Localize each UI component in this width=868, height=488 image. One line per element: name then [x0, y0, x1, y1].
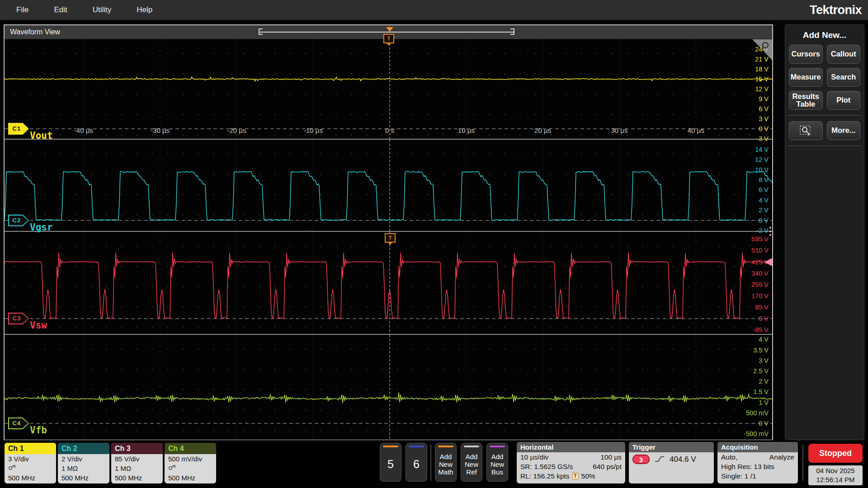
channel-bandwidth: 500 MHz [5, 473, 56, 483]
axis-label: 8 V [759, 176, 769, 183]
channel-bandwidth: 500 MHz [111, 473, 163, 483]
axis-label: 0 V [759, 420, 769, 427]
menu-utility[interactable]: Utility [93, 5, 112, 14]
quick-button-label: AddNewBus [491, 447, 504, 481]
trigger-position-icon: T [572, 473, 579, 479]
channel-name-vgsr: Vgsr [30, 222, 53, 233]
axis-label: 0 V [759, 125, 769, 132]
time-axis-label: -40 µs [74, 127, 93, 134]
waveform-slice-vsw[interactable]: 595 V510 V425 V340 V255 V170 V85 V0 V-85… [5, 232, 772, 334]
time-axis-label: 20 µs [534, 127, 551, 134]
zoom-select-button[interactable] [789, 121, 823, 140]
probe-icon [8, 464, 16, 471]
axis-label: 3 V [759, 357, 769, 364]
time-axis-label: 10 µs [458, 127, 475, 134]
time-text: 12:56:14 PM [816, 475, 854, 484]
channel-bandwidth: 500 MHz [58, 473, 109, 483]
add-new-buttons: Cursors Callout Measure Search Results T… [789, 45, 860, 110]
trigger-source-badge: 3 [632, 455, 650, 464]
trigger-flag-icon[interactable]: T [385, 233, 396, 243]
axis-label: 170 V [751, 292, 769, 300]
trigger-panel[interactable]: Trigger 3 404.6 V [629, 442, 714, 483]
menu-help[interactable]: Help [137, 5, 152, 14]
waveform-slice-vout[interactable]: 24 V21 V18 V15 V12 V9 V6 V3 V0 V-3 VC1Vo… [5, 39, 772, 139]
axis-label: 510 V [751, 247, 769, 254]
axis-label: 0 V [759, 217, 769, 224]
oscilloscope-app: File Edit Utility Help Tektronix Wavefor… [0, 0, 868, 488]
axis-label: 500 mV [746, 409, 769, 417]
trigger-level-arrow-icon[interactable] [764, 258, 772, 266]
channel-bandwidth: 500 MHz [165, 473, 216, 483]
axis-label: 14 V [755, 146, 769, 153]
channel-scale: 85 V/div [111, 454, 163, 464]
measure-button[interactable]: Measure [789, 68, 823, 87]
cursors-button[interactable]: Cursors [789, 45, 823, 64]
axis-label: 340 V [751, 270, 769, 277]
quick-button-6[interactable]: 6 [406, 443, 427, 482]
sidebar-divider-2 [788, 145, 861, 146]
axis-label: 255 V [751, 281, 769, 288]
record-view-scrollbar[interactable]: T [259, 28, 514, 36]
waveform-slice-vgsr[interactable]: 14 V12 V10 V8 V6 V4 V2 V0 V-2 VC2Vgsr [5, 140, 772, 231]
trigger-position-triangle-icon[interactable] [386, 27, 393, 32]
axis-label: 0 V [759, 315, 769, 322]
horizontal-record-length: RL: 156.25 kpts [520, 471, 570, 481]
waveform-slice-vfb[interactable]: 4 V3.5 V3 V2.5 V2 V1.5 V1 V500 mV0 V-500… [5, 335, 772, 440]
acquisition-title: Acquisition [717, 442, 798, 452]
channel-settings-badge-3[interactable]: Ch 385 V/div1 MΩ500 MHz [111, 443, 163, 483]
menu-file[interactable]: File [16, 5, 28, 14]
waveform-view-panel: Waveform View T 24 V21 V18 V15 V12 V9 V6… [4, 24, 773, 440]
quick-button-add-new-bus[interactable]: AddNewBus [486, 443, 508, 482]
search-button[interactable]: Search [827, 68, 861, 87]
horizontal-resolution: 640 ps/pt [593, 462, 622, 471]
add-new-title: Add New... [789, 30, 860, 40]
callout-button[interactable]: Callout [827, 45, 861, 64]
channel-settings-label: Ch 3 [111, 443, 163, 454]
axis-label: 18 V [755, 66, 769, 73]
channel-name-vout: Vout [30, 130, 53, 141]
plot-button[interactable]: Plot [827, 91, 861, 110]
channel-settings-label: Ch 1 [5, 443, 56, 454]
quick-button-add-new-math[interactable]: AddNewMath [435, 443, 457, 482]
acquisition-analyze: Analyze [769, 452, 794, 462]
axis-label: 21 V [755, 56, 769, 63]
axis-label: -500 mV [744, 430, 769, 437]
horizontal-scale: 10 µs/div [520, 452, 548, 462]
channel-badge-label: C4 [8, 418, 25, 429]
axis-label: 1 V [759, 399, 769, 406]
acquisition-single: Single: 1 /1 [717, 471, 798, 481]
axis-label: 85 V [755, 304, 769, 311]
channel-input [5, 464, 56, 473]
channel-scale: 500 mV/div [165, 454, 216, 464]
date-text: 04 Nov 2025 [816, 466, 854, 475]
quick-button-5[interactable]: 5 [380, 443, 401, 482]
horizontal-panel[interactable]: Horizontal 10 µs/div 100 µs SR: 1.5625 G… [517, 442, 625, 483]
datetime-display[interactable]: 04 Nov 2025 12:56:14 PM [808, 465, 863, 485]
trigger-flag-icon[interactable]: T [383, 34, 394, 43]
acquisition-panel[interactable]: Acquisition Auto, Analyze High Res: 13 b… [717, 442, 798, 483]
time-axis-label: 40 µs [688, 127, 704, 134]
menu-edit[interactable]: Edit [54, 5, 67, 14]
acquisition-mode: Auto, [721, 452, 737, 462]
channel-settings-badge-2[interactable]: Ch 22 V/div1 MΩ500 MHz [58, 443, 109, 483]
record-view-line [259, 32, 514, 33]
results-table-button[interactable]: Results Table [789, 91, 823, 110]
zoom-select-icon [799, 125, 812, 136]
channel-name-vsw: Vsw [30, 320, 47, 331]
channel-settings-badge-4[interactable]: Ch 4500 mV/div500 MHz [165, 443, 216, 483]
axis-label: 9 V [759, 95, 769, 103]
graticule[interactable]: 24 V21 V18 V15 V12 V9 V6 V3 V0 V-3 VC1Vo… [5, 39, 772, 440]
acquisition-detail: High Res: 13 bits [717, 462, 798, 471]
channel-input: 1 MΩ [111, 464, 163, 473]
quick-button-add-new-ref[interactable]: AddNewRef [461, 443, 482, 482]
quick-button-label: AddNewMath [438, 447, 453, 481]
run-state-button[interactable]: Stopped [808, 444, 863, 463]
time-axis-label: 30 µs [611, 127, 627, 134]
channel-name-vfb: Vfb [30, 425, 47, 436]
axis-label: 6 V [759, 105, 769, 113]
channel-settings-badge-1[interactable]: Ch 13 V/div500 MHz [5, 443, 56, 483]
drag-handle-icon[interactable] [769, 227, 771, 236]
channel-scale: 2 V/div [58, 454, 109, 464]
more-button[interactable]: More... [827, 121, 861, 140]
axis-label: 15 V [755, 75, 769, 83]
